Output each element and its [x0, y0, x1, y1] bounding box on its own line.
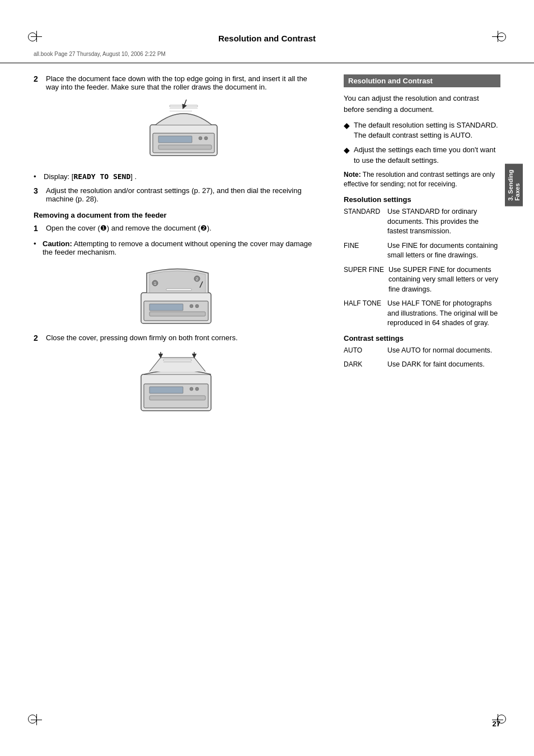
svg-rect-7 [170, 108, 198, 109]
diamond-item-2: ◆ Adjust the settings each time you don'… [344, 145, 500, 165]
contrast-row-0: AUTOUse AUTO for normal documents. [344, 346, 500, 356]
resolution-val-0: Use STANDARD for ordinary documents. Thi… [387, 207, 500, 237]
svg-text:2: 2 [196, 277, 198, 281]
svg-point-24 [195, 387, 199, 391]
contrast-val-1: Use DARK for faint documents. [387, 360, 500, 370]
resolution-key-3: HALF TONE [344, 299, 383, 328]
diamond-icon-1: ◆ [344, 120, 350, 140]
resolution-heading: Resolution settings [344, 195, 500, 204]
step-2-content: Place the document face down with the to… [46, 74, 321, 166]
remove-step-1: 1 Open the cover (❶) and remove the docu… [34, 224, 321, 233]
rc-header: Resolution and Contrast [344, 74, 500, 87]
resolution-key-2: SUPER FINE [344, 265, 384, 295]
caution-block: • Caution: Attempting to remove a docume… [34, 240, 321, 256]
display-line: • Display: [READY TO SEND] . [34, 172, 321, 181]
resolution-val-1: Use FINE for documents containing small … [387, 241, 500, 261]
contrast-heading: Contrast settings [344, 334, 500, 342]
svg-rect-26 [163, 359, 191, 361]
display-value: READY TO SEND [73, 172, 130, 181]
corner-cross-tl [31, 31, 42, 42]
svg-text:1: 1 [154, 281, 156, 285]
resolution-row-2: SUPER FINEUse SUPER FINE for documents c… [344, 265, 500, 295]
contrast-table: AUTOUse AUTO for normal documents.DARKUs… [344, 346, 500, 370]
sidebar-tab: 3. SendingFaxes [505, 164, 523, 206]
step-2: 2 Place the document face down with the … [34, 74, 321, 166]
step-3-content: Adjust the resolution and/or contrast se… [46, 186, 321, 203]
close-step-2-text: Close the cover, pressing down firmly on… [46, 334, 238, 342]
contrast-key-1: DARK [344, 360, 383, 370]
remove-step-1-text: Open the cover (❶) and remove the docume… [46, 224, 212, 232]
svg-rect-14 [149, 312, 205, 316]
meta-line: all.book Page 27 Thursday, August 10, 20… [0, 49, 534, 63]
svg-point-13 [195, 304, 199, 308]
close-step-2-number: 2 [34, 334, 41, 342]
resolution-table: STANDARDUse STANDARD for ordinary docume… [344, 207, 500, 328]
contrast-row-1: DARKUse DARK for faint documents. [344, 360, 500, 370]
display-text: Display: [READY TO SEND] . [44, 172, 137, 181]
diamond-text-1: The default resolution setting is STANDA… [354, 120, 500, 140]
caution-body: Attempting to remove a document without … [43, 240, 312, 256]
svg-point-23 [190, 387, 193, 391]
note-label: Note: [344, 171, 361, 179]
corner-cross-bl [31, 714, 42, 725]
close-step-2: 2 Close the cover, pressing down firmly … [34, 334, 321, 342]
remove-step-1-content: Open the cover (❶) and remove the docume… [46, 224, 321, 233]
contrast-val-0: Use AUTO for normal documents. [387, 346, 500, 356]
page-number: 27 [493, 720, 500, 728]
svg-point-3 [199, 137, 202, 140]
svg-rect-22 [149, 387, 183, 393]
svg-rect-27 [163, 362, 191, 363]
step-2-number: 2 [34, 74, 41, 166]
caution-text: Caution: Attempting to remove a document… [43, 240, 321, 256]
resolution-row-0: STANDARDUse STANDARD for ordinary docume… [344, 207, 500, 237]
resolution-row-3: HALF TONEUse HALF TONE for photographs a… [344, 299, 500, 328]
svg-rect-11 [149, 304, 183, 311]
bullet-display: • [34, 172, 40, 181]
contrast-key-0: AUTO [344, 346, 383, 356]
fax-open-cover-image: 1 2 [34, 262, 321, 328]
step-3: 3 Adjust the resolution and/or contrast … [34, 186, 321, 203]
svg-rect-2 [158, 136, 192, 143]
fax-feeder-image [46, 97, 321, 160]
corner-cross-tr [492, 31, 503, 42]
fax-close-cover-image [34, 349, 321, 415]
step-2-text: Place the document face down with the to… [46, 74, 307, 91]
content-area: 2 Place the document face down with the … [0, 74, 534, 421]
step-3-number: 3 [34, 186, 41, 203]
diamond-icon-2: ◆ [344, 145, 350, 165]
rc-intro: You can adjust the resolution and contra… [344, 93, 500, 115]
left-column: 2 Place the document face down with the … [34, 74, 327, 421]
resolution-key-0: STANDARD [344, 207, 383, 237]
page-title: Resolution and Contrast [0, 0, 534, 49]
step-3-text: Adjust the resolution and/or contrast se… [46, 186, 302, 203]
bullet-caution: • [34, 240, 40, 256]
resolution-row-1: FINEUse FINE for documents containing sm… [344, 241, 500, 261]
svg-rect-8 [170, 111, 192, 111]
removing-heading: Removing a document from the feeder [34, 211, 321, 219]
diamond-text-2: Adjust the settings each time you don't … [354, 145, 500, 165]
remove-step-1-number: 1 [34, 224, 41, 233]
svg-point-12 [190, 304, 193, 308]
sidebar-tab-label: 3. SendingFaxes [507, 170, 521, 201]
diamond-item-1: ◆ The default resolution setting is STAN… [344, 120, 500, 140]
svg-point-4 [204, 137, 208, 140]
right-column: 3. SendingFaxes Resolution and Contrast … [344, 74, 500, 421]
svg-rect-19 [166, 289, 191, 290]
caution-label: Caution: [43, 240, 72, 248]
svg-rect-5 [158, 145, 212, 149]
close-step-2-content: Close the cover, pressing down firmly on… [46, 334, 321, 342]
note-text: The resolution and contrast settings are… [344, 171, 495, 188]
svg-rect-25 [149, 396, 205, 400]
resolution-val-2: Use SUPER FINE for documents containing … [388, 265, 500, 295]
note-block: Note: The resolution and contrast settin… [344, 170, 500, 189]
resolution-key-1: FINE [344, 241, 383, 261]
resolution-val-3: Use HALF TONE for photographs and illust… [387, 299, 500, 328]
